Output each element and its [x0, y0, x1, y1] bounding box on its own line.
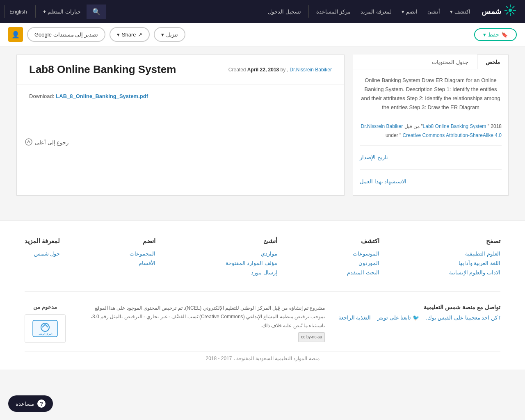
save-chevron-icon: ▾ — [483, 32, 486, 38]
nav-divider-2 — [308, 5, 309, 18]
footer-browse-title: تصفح — [449, 237, 500, 245]
user-icon: 👤 — [11, 31, 20, 38]
footer-advanced-search[interactable]: البحث المتقدم — [347, 269, 379, 276]
sidebar-panel: Online Banking System Draw ER Diagram fo… — [353, 69, 509, 196]
bookmark-icon: 🔖 — [501, 32, 508, 38]
footer-copyright: منصة الموارد التعليمية السعودية المفتوحة… — [25, 351, 500, 361]
footer-my-resources[interactable]: مواردي — [226, 251, 277, 257]
svg-line-7 — [512, 6, 514, 8]
footer-about[interactable]: حول شمس — [25, 251, 60, 257]
arrow-up-icon — [25, 138, 32, 147]
svg-point-9 — [25, 139, 32, 145]
twitter-link[interactable]: 🐦 تابعنا على تويتر — [377, 315, 419, 321]
footer-bottom: تواصل مع منصة شمس التعليمية f كن احد معج… — [25, 304, 500, 343]
footer-departments[interactable]: الأقسام — [130, 260, 155, 266]
content-title: Lab8 Online Banking System — [29, 63, 176, 76]
footer-encyclopedias[interactable]: الموسوعات — [347, 251, 379, 257]
site-footer: تصفح العلوم التطبيقية اللغة العربية وآدا… — [0, 220, 525, 370]
svg-line-5 — [506, 6, 508, 8]
footer-oer-author[interactable]: مؤلف الموارد المفتوحة — [226, 260, 277, 266]
language-english[interactable]: English — [4, 5, 32, 18]
divider-1 — [360, 117, 502, 117]
join-chevron-icon — [402, 9, 404, 15]
main-container: ملخص جدول المحتويات Online Banking Syste… — [8, 46, 517, 204]
footer-support-logo: المركز الوطني — [25, 314, 66, 343]
content-header: Created April 22, 2018 by , Dr.Nissrein … — [17, 55, 344, 84]
created-date: April 22, 2018 — [247, 67, 279, 73]
svg-point-0 — [509, 9, 512, 12]
site-logo[interactable]: شمس — [482, 4, 521, 19]
sidebar: ملخص جدول المحتويات Online Banking Syste… — [353, 55, 509, 196]
footer-social-links: f كن احد معجبينا على الفيس بوك. 🐦 تابعنا… — [338, 315, 500, 321]
by-label: by — [281, 67, 286, 73]
footer-social-title: تواصل مع منصة شمس التعليمية — [338, 304, 500, 310]
footer-col-browse: تصفح العلوم التطبيقية اللغة العربية وآدا… — [449, 237, 500, 279]
download-button[interactable]: تنزيل ▾ — [154, 27, 185, 42]
footer-columns: تصفح العلوم التطبيقية اللغة العربية وآدا… — [25, 237, 500, 279]
toolbar-right-actions: 🔖 حفظ ▾ — [474, 28, 517, 41]
nav-explore[interactable]: اكتشف — [446, 5, 475, 18]
footer-support-title: مدعوم من — [25, 304, 66, 310]
sidebar-description: Online Banking System Draw ER Diagram fo… — [360, 76, 502, 112]
footer-submit-resource[interactable]: إرسال مورد — [226, 269, 277, 276]
footer-learn-more-title: لمعرفة المزيد — [25, 237, 60, 245]
author-link[interactable]: Dr.Nissrein Babiker — [290, 67, 332, 73]
nav-create[interactable]: أنشئ — [423, 5, 444, 18]
share-chevron-icon: ▾ — [117, 32, 120, 38]
download-file-link[interactable]: LAB_8_Online_Banking_System.pdf — [56, 93, 148, 99]
nav-login[interactable]: تسجيل الدخول — [264, 5, 305, 18]
attribution-license-link[interactable]: Creative Commons Attribution-ShareAlike … — [403, 132, 502, 138]
page-toolbar: 🔖 حفظ ▾ تنزيل ▾ ↗ Share ▾ تصدير إلى مستن… — [0, 23, 525, 46]
content-meta: Created April 22, 2018 by , Dr.Nissrein … — [228, 67, 332, 73]
site-name: شمس — [482, 7, 501, 16]
search-button[interactable]: 🔍 — [87, 5, 106, 19]
attribution-author-link[interactable]: Dr.Nissrein Babiker — [361, 123, 403, 129]
back-to-top[interactable]: رجوع إلى أعلى — [17, 134, 344, 151]
toolbar-left-actions: تنزيل ▾ ↗ Share ▾ تصدير إلى مستندات Goog… — [8, 27, 185, 42]
share-button[interactable]: ↗ Share ▾ — [110, 27, 150, 42]
attribution-work-link[interactable]: Lab8 Online Banking System — [423, 123, 486, 129]
nav-left: 🔍 خيارات المتعلم + English — [4, 5, 106, 19]
footer-col-discover: اكتشف الموسوعات الموردون البحث المتقدم — [347, 237, 379, 279]
google-docs-button[interactable]: تصدير إلى مستندات Google — [27, 27, 105, 42]
sidebar-tabs: ملخص جدول المحتويات — [353, 55, 509, 69]
footer-col-create: أنشئ مواردي مؤلف الموارد المفتوحة إرسال … — [226, 237, 277, 279]
cc-license-badge: cc by-nc-sa — [298, 332, 325, 342]
footer-applied-sciences[interactable]: العلوم التطبيقية — [449, 251, 500, 257]
svg-line-8 — [506, 12, 508, 14]
attribution-prefix: من قبل — [404, 123, 420, 129]
footer-divider — [25, 291, 500, 292]
download-section: Download: LAB_8_Online_Banking_System.pd… — [17, 84, 344, 134]
download-chevron-icon: ▾ — [161, 32, 164, 38]
download-label: Download: — [29, 93, 54, 99]
footer-vendors[interactable]: الموردون — [347, 260, 379, 266]
nav-divider-1 — [478, 5, 478, 18]
footer-join-title: انضم — [130, 237, 155, 245]
divider-3 — [360, 169, 502, 170]
created-label: Created — [228, 67, 246, 73]
sidebar-attribution: Lab8 Online Banking System " 2018" من قب… — [360, 122, 502, 140]
tab-summary[interactable]: ملخص — [477, 55, 509, 69]
share-icon: ↗ — [138, 32, 142, 38]
facebook-link[interactable]: f كن احد معجبينا على الفيس بوك. — [426, 315, 500, 321]
footer-arabic-lang[interactable]: اللغة العربية وآدابها — [449, 260, 500, 266]
nav-learner-options[interactable]: خيارات المتعلم + — [39, 5, 85, 18]
nav-learn-more[interactable]: لمعرفة المزيد — [356, 5, 396, 18]
footer-humanities[interactable]: الاداب والعلوم الإنسانية — [449, 269, 500, 276]
cite-link[interactable]: الاستشهاد بهذا العمل — [360, 175, 502, 189]
nav-divider-3 — [35, 5, 36, 18]
feedback-link[interactable]: التغذية الراجعة — [338, 315, 371, 321]
user-avatar-button[interactable]: 👤 — [8, 27, 23, 42]
learner-options-plus-icon: + — [43, 9, 46, 15]
nav-help-center[interactable]: مركز المساعدة — [312, 5, 355, 18]
save-button[interactable]: 🔖 حفظ ▾ — [474, 28, 517, 41]
footer-support: مدعوم من المركز الوطني — [25, 304, 66, 343]
tab-toc[interactable]: جدول المحتويات — [423, 55, 477, 69]
footer-groups[interactable]: المجموعات — [130, 251, 155, 257]
nav-join[interactable]: انضم — [397, 5, 422, 18]
footer-social: تواصل مع منصة شمس التعليمية f كن احد معج… — [338, 304, 500, 321]
top-navigation: شمس اكتشف أنشئ انضم لمعرفة المزيد مركز ا… — [0, 0, 525, 23]
release-history-link[interactable]: تاريخ الإصدار — [360, 151, 502, 164]
divider-2 — [360, 145, 502, 146]
logo-icon — [504, 4, 517, 19]
